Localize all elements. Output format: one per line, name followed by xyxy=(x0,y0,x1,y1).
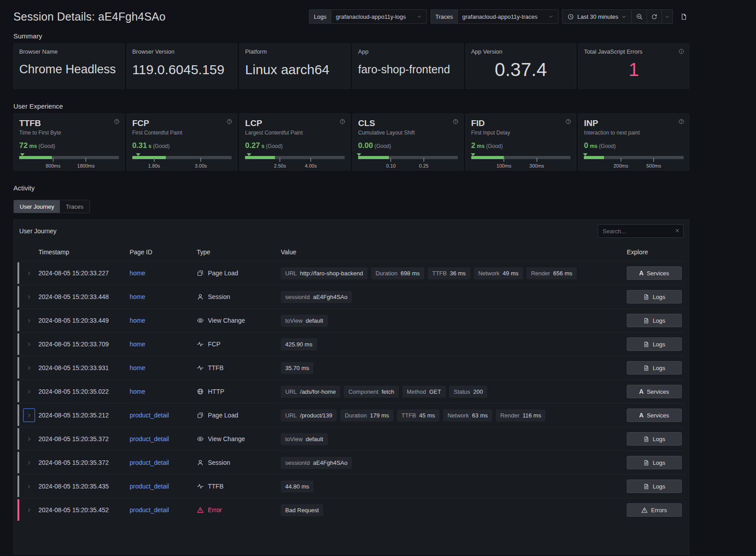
page-id-link[interactable]: product_detail xyxy=(130,483,169,490)
explore-button[interactable]: A Services xyxy=(627,409,682,422)
chevron-down-icon xyxy=(548,14,553,19)
explore-button-label: Services xyxy=(647,412,669,419)
page-id-link[interactable]: home xyxy=(130,270,145,277)
badge-label: sessionId xyxy=(285,459,310,466)
summary-card-browser-name: Browser Name Chrome Headless xyxy=(13,43,125,89)
page-id-link[interactable]: home xyxy=(130,341,145,348)
explore-button[interactable]: Logs xyxy=(627,456,682,469)
row-expand-button[interactable] xyxy=(23,290,35,303)
eye-icon xyxy=(197,435,204,442)
gauge-fill xyxy=(19,156,52,159)
explore-button[interactable]: Logs xyxy=(627,314,682,327)
row-timestamp: 2024-08-05 15:20:33.449 xyxy=(38,317,130,324)
zoom-out-button[interactable] xyxy=(631,10,646,23)
row-type-label: Error xyxy=(208,506,222,514)
gauge-pointer xyxy=(471,153,475,156)
journey-table-header: Timestamp Page ID Type Value Explore xyxy=(17,247,685,261)
traces-datasource-select[interactable]: grafanacloud-appo11y-traces xyxy=(458,10,558,23)
badge-value: fetch xyxy=(381,388,394,395)
logs-icon xyxy=(643,317,650,324)
vital-name: Interaction to next paint xyxy=(584,130,684,136)
row-expand-button[interactable] xyxy=(23,314,35,327)
search-input[interactable] xyxy=(598,224,684,238)
document-button[interactable] xyxy=(678,11,689,22)
vital-rating: (Good) xyxy=(266,143,283,149)
help-icon[interactable] xyxy=(114,118,120,125)
journey-row: 2024-08-05 15:20:33.227 home Page Load U… xyxy=(17,261,685,285)
vital-gauge: 1.80s3.00s xyxy=(132,153,232,169)
help-icon[interactable] xyxy=(678,118,684,125)
vital-name: First Contentful Paint xyxy=(132,130,232,136)
logs-icon xyxy=(643,365,650,371)
explore-button[interactable]: Logs xyxy=(627,361,682,375)
badge-value: aE4Fgh4SAo xyxy=(313,459,347,466)
badge-label: sessionId xyxy=(285,294,310,300)
tab-traces[interactable]: Traces xyxy=(60,200,89,213)
badge-label: Render xyxy=(531,270,550,277)
journey-row: 2024-08-05 15:20:35.435 product_detail T… xyxy=(17,474,685,498)
page-id-link[interactable]: product_detail xyxy=(130,435,169,442)
pulse-icon xyxy=(197,483,204,490)
vital-name: Largest Contentful Paint xyxy=(245,130,345,136)
refresh-interval-dropdown[interactable] xyxy=(662,10,672,23)
summary-heading: Summary xyxy=(13,32,689,40)
explore-button[interactable]: Logs xyxy=(627,480,682,493)
value-badge: MethodGET xyxy=(402,386,446,398)
row-expand-button[interactable] xyxy=(23,409,35,422)
page-id-link[interactable]: home xyxy=(130,364,145,371)
summary-card-value: 1 xyxy=(584,55,684,84)
logs-datasource-select[interactable]: grafanacloud-appo11y-logs xyxy=(331,10,427,23)
vital-unit: s xyxy=(262,143,265,149)
refresh-button[interactable] xyxy=(646,10,662,23)
value-badge: Network49 ms xyxy=(474,267,523,279)
gauge-tick xyxy=(653,158,654,162)
badge-value: 698 ms xyxy=(401,270,420,277)
row-status-strip xyxy=(17,381,19,402)
explore-button[interactable]: Logs xyxy=(627,290,682,303)
info-icon[interactable] xyxy=(678,48,684,55)
vital-abbr: INP xyxy=(584,118,684,128)
journey-row: 2024-08-05 15:20:35.212 product_detail P… xyxy=(17,403,685,427)
gauge-tick-label: 0.10 xyxy=(386,163,396,168)
row-expand-button[interactable] xyxy=(23,456,35,469)
row-expand-button[interactable] xyxy=(23,337,35,351)
value-badge: Duration179 ms xyxy=(340,409,393,421)
row-timestamp: 2024-08-05 15:20:33.227 xyxy=(38,270,130,277)
row-timestamp: 2024-08-05 15:20:35.372 xyxy=(38,435,130,442)
row-expand-button[interactable] xyxy=(23,503,35,517)
explore-button[interactable]: A Services xyxy=(627,266,682,280)
row-expand-button[interactable] xyxy=(23,266,35,280)
badge-label: Component xyxy=(348,388,378,395)
page-id-link[interactable]: home xyxy=(130,293,145,300)
clear-search-icon[interactable] xyxy=(674,227,680,234)
tab-user-journey[interactable]: User Journey xyxy=(14,200,60,213)
badge-value: 35.70 ms xyxy=(285,365,309,371)
explore-button[interactable]: A Services xyxy=(627,385,682,398)
gauge-tick xyxy=(200,158,201,162)
vital-rating: (Good) xyxy=(486,143,503,149)
row-expand-button[interactable] xyxy=(23,361,35,375)
row-expand-button[interactable] xyxy=(23,385,35,398)
help-icon[interactable] xyxy=(226,118,232,125)
badge-value: 179 ms xyxy=(370,412,389,419)
row-expand-button[interactable] xyxy=(23,480,35,493)
chevron-right-icon xyxy=(26,507,32,513)
help-icon[interactable] xyxy=(452,118,459,125)
page-id-link[interactable]: product_detail xyxy=(130,506,169,514)
explore-button[interactable]: Errors xyxy=(627,503,682,517)
page-id-link[interactable]: home xyxy=(130,388,145,395)
help-icon[interactable] xyxy=(565,118,571,125)
gauge-tick-label: 500ms xyxy=(646,163,661,168)
page-id-link[interactable]: home xyxy=(130,317,145,324)
help-icon[interactable] xyxy=(339,118,346,125)
explore-button[interactable]: Logs xyxy=(627,432,682,446)
page-id-link[interactable]: product_detail xyxy=(130,412,169,419)
badge-value: 200 xyxy=(473,388,483,395)
explore-button[interactable]: Logs xyxy=(627,337,682,351)
chevron-down-icon xyxy=(665,14,670,19)
row-expand-button[interactable] xyxy=(23,432,35,446)
summary-card-title: Total JavaScript Errors xyxy=(584,48,684,55)
page-id-link[interactable]: product_detail xyxy=(130,459,169,466)
value-badge: 35.70 ms xyxy=(281,362,313,374)
time-range-picker[interactable]: Last 30 minutes xyxy=(562,10,631,23)
